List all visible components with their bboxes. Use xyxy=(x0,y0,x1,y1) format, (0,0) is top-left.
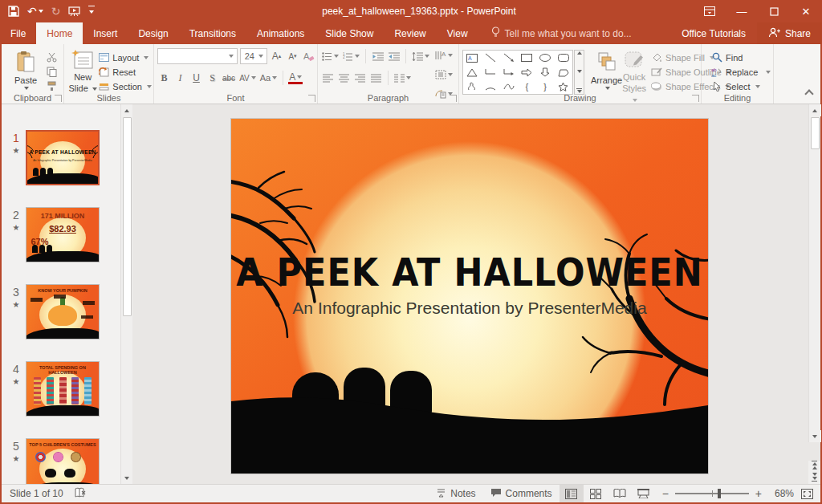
zoom-slider[interactable] xyxy=(675,493,749,494)
minimize-button[interactable]: — xyxy=(726,0,758,22)
thumbnail-slide-5[interactable]: 5 ★ TOP 5 CHILDREN'S COSTUMES xyxy=(6,438,132,484)
thumbnail-slide-4[interactable]: 4 ★ TOTAL SPENDING ON HALLOWEEN xyxy=(6,361,132,417)
font-color-button[interactable]: A xyxy=(288,71,303,84)
collapse-ribbon-icon[interactable] xyxy=(804,89,813,98)
shapes-gallery[interactable]: A { } xyxy=(462,50,573,95)
arrange-button[interactable]: Arrange xyxy=(591,47,622,92)
previous-slide-button[interactable] xyxy=(812,461,817,469)
shape-oval[interactable] xyxy=(538,51,552,64)
shape-rounded-rectangle[interactable] xyxy=(556,51,571,64)
slide-position-label[interactable]: Slide 1 of 10 xyxy=(10,488,63,499)
thumbnail-slide-2[interactable]: 2 ★ 171 MILLION $82.93 67% xyxy=(6,207,132,263)
shape-down-arrow[interactable] xyxy=(538,66,552,79)
italic-button[interactable]: I xyxy=(173,71,187,86)
zoom-slider-thumb[interactable] xyxy=(718,489,721,498)
tab-file[interactable]: File xyxy=(0,22,36,44)
start-slideshow-icon[interactable] xyxy=(68,6,80,17)
tab-slideshow[interactable]: Slide Show xyxy=(315,22,384,44)
shape-right-arrow[interactable] xyxy=(519,66,534,79)
select-button[interactable]: Select xyxy=(711,80,771,92)
justify-button[interactable] xyxy=(369,71,383,86)
gallery-scroll-up-icon[interactable] xyxy=(577,51,582,55)
font-size-combo[interactable]: 24 xyxy=(240,48,267,64)
next-slide-button[interactable] xyxy=(812,473,817,482)
shape-triangle[interactable] xyxy=(465,66,479,79)
thumbnail-scroll-down-icon[interactable] xyxy=(121,472,133,484)
thumbnail-scroll-up-icon[interactable] xyxy=(121,104,133,116)
shape-curve[interactable] xyxy=(502,80,516,93)
shape-elbow[interactable] xyxy=(483,66,498,79)
tab-transitions[interactable]: Transitions xyxy=(179,22,246,44)
restore-button[interactable] xyxy=(758,0,790,22)
ribbon-display-options-icon[interactable] xyxy=(694,0,726,22)
canvas-scroll-up-icon[interactable] xyxy=(809,104,821,116)
gallery-scroll-down-icon[interactable] xyxy=(577,70,582,73)
reset-button[interactable]: Reset xyxy=(98,66,152,78)
normal-view-button[interactable] xyxy=(560,485,584,502)
drawing-dialog-launcher[interactable] xyxy=(692,95,699,102)
shape-arc[interactable] xyxy=(483,80,498,93)
text-shadow-button[interactable]: S xyxy=(206,71,219,86)
layout-button[interactable]: Layout xyxy=(98,51,152,63)
notes-toggle[interactable]: Notes xyxy=(429,485,482,502)
slideshow-view-button[interactable] xyxy=(632,485,656,502)
thumbnail-image-3[interactable]: KNOW YOUR PUMPKIN xyxy=(26,284,100,339)
line-spacing-button[interactable] xyxy=(411,49,430,64)
comments-toggle[interactable]: Comments xyxy=(483,485,560,502)
shape-right-brace[interactable]: } xyxy=(538,80,552,93)
save-icon[interactable] xyxy=(8,6,19,17)
quick-styles-button[interactable]: Quick Styles xyxy=(622,47,646,92)
thumbnail-image-5[interactable]: TOP 5 CHILDREN'S COSTUMES xyxy=(26,438,100,484)
align-left-button[interactable] xyxy=(321,71,335,86)
tab-home[interactable]: Home xyxy=(36,22,83,44)
share-button[interactable]: Share xyxy=(757,22,822,44)
thumbnail-slide-1[interactable]: 1 ★ A PEEK AT HALLOWEEN An Infographic P… xyxy=(6,130,132,186)
clipboard-dialog-launcher[interactable] xyxy=(55,95,62,102)
font-name-combo[interactable] xyxy=(157,48,238,64)
replace-button[interactable]: abac Replace xyxy=(711,66,771,78)
paragraph-dialog-launcher[interactable] xyxy=(450,95,457,102)
bold-button[interactable]: B xyxy=(157,71,171,86)
increase-indent-button[interactable] xyxy=(387,49,401,64)
tab-animations[interactable]: Animations xyxy=(246,22,315,44)
columns-button[interactable] xyxy=(393,71,412,86)
paste-button[interactable]: Paste xyxy=(5,47,47,92)
align-center-button[interactable] xyxy=(337,71,351,86)
close-button[interactable]: ✕ xyxy=(790,0,822,22)
shape-line[interactable] xyxy=(483,51,498,64)
shape-arrow[interactable] xyxy=(502,51,516,64)
reading-view-button[interactable] xyxy=(608,485,632,502)
tab-view[interactable]: View xyxy=(437,22,478,44)
shape-textbox[interactable]: A xyxy=(465,51,479,64)
shape-rectangle[interactable] xyxy=(519,51,534,64)
format-painter-button[interactable] xyxy=(47,80,57,92)
thumbnail-scrollbar-thumb[interactable] xyxy=(123,117,132,316)
office-tutorials-button[interactable]: Office Tutorials xyxy=(670,22,757,44)
shape-elbow-arrow[interactable] xyxy=(502,66,516,79)
thumbnail-image-2[interactable]: 171 MILLION $82.93 67% xyxy=(26,207,100,262)
strikethrough-button[interactable]: abc xyxy=(222,71,236,86)
zoom-percentage[interactable]: 68% xyxy=(768,488,794,499)
copy-button[interactable] xyxy=(47,66,57,78)
cut-button[interactable] xyxy=(47,51,57,63)
proofing-errors-icon[interactable] xyxy=(75,487,87,501)
thumbnail-image-4[interactable]: TOTAL SPENDING ON HALLOWEEN xyxy=(26,361,100,417)
thumbnail-image-1[interactable]: A PEEK AT HALLOWEEN An Infographic Prese… xyxy=(26,130,100,185)
decrease-indent-button[interactable] xyxy=(371,49,385,64)
canvas-scrollbar[interactable] xyxy=(808,104,820,442)
find-button[interactable]: Find xyxy=(711,51,771,63)
change-case-button[interactable]: Aa xyxy=(259,71,278,86)
section-button[interactable]: Section xyxy=(98,80,152,92)
slide-subtitle-text[interactable]: An Infographic Presentation by Presenter… xyxy=(231,299,708,318)
increase-font-size-button[interactable]: A▴ xyxy=(270,49,283,64)
shape-pentagon[interactable] xyxy=(556,66,571,79)
thumbnail-slide-3[interactable]: 3 ★ KNOW YOUR PUMPKIN xyxy=(6,284,132,340)
tab-design[interactable]: Design xyxy=(128,22,178,44)
thumbnail-scrollbar[interactable] xyxy=(120,104,132,484)
shapes-gallery-scroll[interactable] xyxy=(574,50,584,95)
numbering-button[interactable]: 12 xyxy=(342,49,360,64)
align-text-button[interactable] xyxy=(434,67,454,82)
zoom-out-button[interactable]: − xyxy=(662,487,669,500)
font-dialog-launcher[interactable] xyxy=(308,95,315,102)
clear-formatting-button[interactable]: A xyxy=(302,49,315,64)
